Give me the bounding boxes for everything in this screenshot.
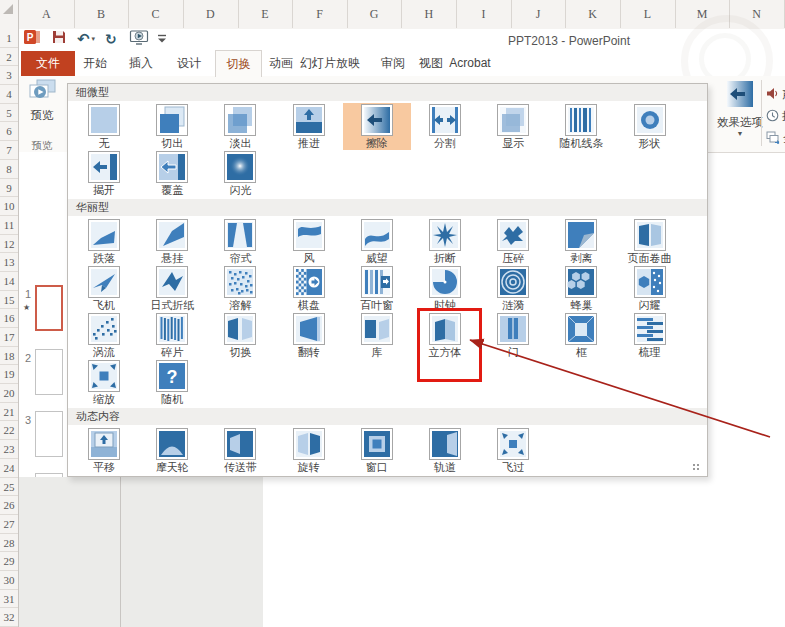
transition-gallery[interactable]: 库 [343,312,411,359]
slide-thumbnail-2[interactable] [35,349,63,395]
transition-doors[interactable]: 门 [479,312,547,359]
row-header-10[interactable]: 10 [0,197,18,216]
transition-fracture[interactable]: 折断 [411,218,479,265]
transition-flip[interactable]: 翻转 [275,312,343,359]
transition-shred[interactable]: 碎片 [138,312,206,359]
row-headers[interactable]: 1234567891011121314151617181920212223242… [0,29,19,627]
row-header-20[interactable]: 20 [0,384,18,403]
row-header-9[interactable]: 9 [0,179,18,198]
column-header-C[interactable]: C [128,0,184,28]
transition-push[interactable]: 推进 [275,103,343,150]
tab-切换[interactable]: 切换 [215,50,262,77]
column-header-B[interactable]: B [74,0,130,28]
transition-cut[interactable]: 切出 [138,103,206,150]
tab-开始[interactable]: 开始 [75,51,115,76]
row-header-21[interactable]: 21 [0,403,18,422]
transition-reveal[interactable]: 显示 [479,103,547,150]
transition-random[interactable]: ?随机 [138,359,206,406]
transition-none[interactable]: 无 [70,103,138,150]
timing-row-全[interactable]: 全 [766,130,785,146]
column-headers[interactable]: ABCDEFGHIJKLMN [19,0,785,30]
transition-checkerboard[interactable]: 棋盘 [275,265,343,312]
transition-rotate[interactable]: 旋转 [275,427,343,474]
row-header-23[interactable]: 23 [0,440,18,459]
timing-row-声[interactable]: 声 [766,86,785,102]
powerpoint-logo[interactable]: P [23,30,41,48]
row-header-11[interactable]: 11 [0,216,18,235]
column-header-J[interactable]: J [511,0,567,28]
row-header-7[interactable]: 7 [0,141,18,160]
column-header-A[interactable]: A [19,0,75,28]
transition-ripple[interactable]: 涟漪 [479,265,547,312]
row-header-30[interactable]: 30 [0,571,18,590]
transition-prestige[interactable]: 威望 [343,218,411,265]
row-header-4[interactable]: 4 [0,85,18,104]
row-header-31[interactable]: 31 [0,590,18,609]
slide-thumbnail-3[interactable] [35,411,63,457]
transition-comb[interactable]: 梳理 [616,312,684,359]
transition-conveyor[interactable]: 传送带 [206,427,274,474]
column-header-K[interactable]: K [565,0,621,28]
transition-curtains[interactable]: 帘式 [206,218,274,265]
save-button[interactable] [51,30,67,48]
undo-button[interactable]: ↶▾ [77,30,95,48]
row-header-19[interactable]: 19 [0,365,18,384]
row-header-14[interactable]: 14 [0,272,18,291]
row-header-18[interactable]: 18 [0,347,18,366]
row-header-32[interactable]: 32 [0,608,18,627]
row-header-26[interactable]: 26 [0,496,18,515]
row-header-24[interactable]: 24 [0,459,18,478]
transition-fall-over[interactable]: 跌落 [70,218,138,265]
repeat-button[interactable]: ↻ [105,30,117,48]
tab-Acrobat[interactable]: Acrobat [443,51,497,76]
select-all-corner[interactable] [0,0,19,30]
row-header-8[interactable]: 8 [0,160,18,179]
transition-shape[interactable]: 形状 [616,103,684,150]
transition-split[interactable]: 分割 [411,103,479,150]
timing-row-持[interactable]: 持 [766,108,785,124]
column-header-F[interactable]: F [292,0,348,28]
transition-clock[interactable]: 时钟 [411,265,479,312]
transition-pan[interactable]: 平移 [70,427,138,474]
customize-qat-button[interactable] [156,30,168,48]
transition-ferris-wheel[interactable]: 摩天轮 [138,427,206,474]
transition-random-bars[interactable]: 随机线条 [547,103,615,150]
row-header-5[interactable]: 5 [0,104,18,123]
start-slideshow-button[interactable] [129,30,149,48]
row-header-3[interactable]: 3 [0,66,18,85]
row-header-2[interactable]: 2 [0,48,18,67]
transition-uncover[interactable]: 揭开 [70,150,138,197]
transition-cover[interactable]: 覆盖 [138,150,206,197]
transition-airplane[interactable]: 飞机 [70,265,138,312]
transition-orbit[interactable]: 轨道 [411,427,479,474]
transition-window[interactable]: 窗口 [343,427,411,474]
transition-dissolve[interactable]: 溶解 [206,265,274,312]
transition-wind[interactable]: 风 [275,218,343,265]
transition-box[interactable]: 框 [547,312,615,359]
column-header-I[interactable]: I [456,0,512,28]
column-header-G[interactable]: G [347,0,403,28]
column-header-D[interactable]: D [183,0,239,28]
tab-文件[interactable]: 文件 [21,51,75,76]
row-header-15[interactable]: 15 [0,291,18,310]
row-header-29[interactable]: 29 [0,552,18,571]
row-header-13[interactable]: 13 [0,253,18,272]
column-header-E[interactable]: E [238,0,294,28]
transition-blinds[interactable]: 百叶窗 [343,265,411,312]
transition-crush[interactable]: 压碎 [479,218,547,265]
row-header-16[interactable]: 16 [0,309,18,328]
row-header-12[interactable]: 12 [0,235,18,254]
transition-vortex[interactable]: 涡流 [70,312,138,359]
transition-peel[interactable]: 剥离 [547,218,615,265]
transition-fly-through[interactable]: 飞过 [479,427,547,474]
transition-zoom[interactable]: 缩放 [70,359,138,406]
transition-drape[interactable]: 悬挂 [138,218,206,265]
transition-glitter[interactable]: 闪耀 [616,265,684,312]
preview-button[interactable]: 预览 [19,79,65,123]
tab-幻灯片放映[interactable]: 幻灯片放映 [295,51,365,76]
tab-插入[interactable]: 插入 [119,51,163,76]
row-header-28[interactable]: 28 [0,534,18,553]
column-header-L[interactable]: L [620,0,676,28]
column-header-H[interactable]: H [401,0,457,28]
row-header-6[interactable]: 6 [0,122,18,141]
